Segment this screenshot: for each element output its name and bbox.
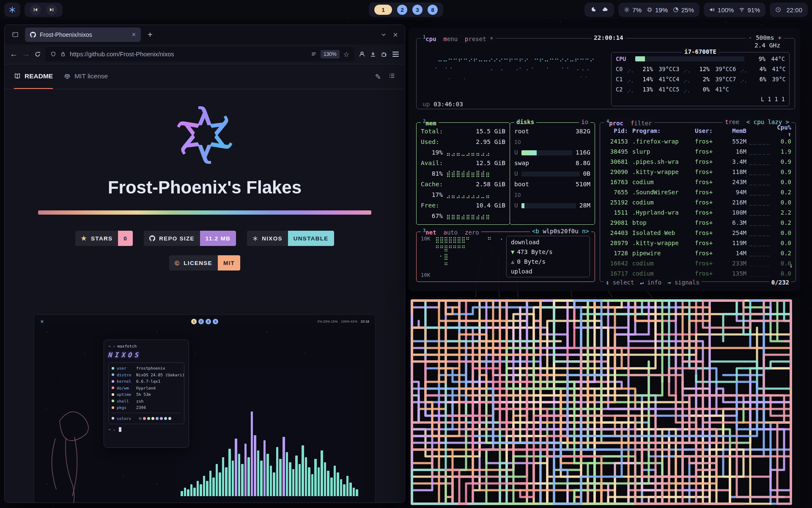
badge-row-license: ©LICENSEMIT: [169, 255, 240, 271]
process-row[interactable]: 28979.kitty-wrappefros+119M⣀⣀⣀⣀⣀0.0: [600, 238, 796, 248]
core-name: C1: [616, 76, 627, 83]
fetch-row-value: zsh: [136, 398, 143, 405]
process-user: fros+: [695, 219, 720, 226]
process-row[interactable]: 7655.SoundWireSerfros+94M⣀⣀⣀⣀⣀0.2: [600, 187, 796, 197]
process-pid: 30681: [604, 158, 628, 165]
badge-value: 0: [118, 231, 133, 246]
process-row[interactable]: 29090.kitty-wrappefros+118M⣀⣀⣀⣀⣀0.9: [600, 167, 796, 177]
fetch-prompt-chevron: ›: [113, 344, 115, 348]
account-button[interactable]: [359, 51, 365, 58]
refresh-increase-button[interactable]: +: [778, 34, 782, 41]
visualizer-bar: [286, 452, 288, 496]
process-row[interactable]: 16642codiumfros+233M⣀⣀⣀⣀⣀0.0: [600, 258, 796, 268]
forward-button[interactable]: →: [22, 50, 30, 59]
chip-icon: [647, 7, 653, 13]
workspace-1[interactable]: 1: [374, 5, 392, 15]
process-row[interactable]: 38495slurpfros+16M⣀⣀⣀⣀⣀1.9: [600, 146, 796, 157]
wifi-stat[interactable]: 91%: [739, 6, 760, 14]
visualizer-bar: [206, 481, 208, 496]
menu-button[interactable]: menu: [443, 36, 458, 42]
lock-icon[interactable]: [60, 51, 66, 57]
extensions-button[interactable]: [381, 51, 387, 58]
workspace-2[interactable]: 2: [397, 5, 407, 15]
header-cpu[interactable]: Cpu% ↑: [773, 124, 791, 138]
screenshot-stats: 2% 20% 15%: [317, 320, 337, 323]
workspace-8[interactable]: 8: [428, 5, 438, 15]
badge-stars[interactable]: ★STARS0: [75, 231, 133, 246]
visualizer-bar: [295, 456, 298, 496]
process-row[interactable]: 24403Isolated Webfros+254M⣀⣀⣀⣀⣀0.0: [600, 228, 796, 238]
clock-widget[interactable]: 22:00: [770, 3, 808, 17]
browser-tab[interactable]: Frost-Phoenix/nixos ×: [25, 28, 141, 42]
proc-tree-button[interactable]: tree: [725, 119, 739, 125]
edit-readme-button[interactable]: ✎: [375, 72, 381, 81]
process-row[interactable]: 1728pipewirefros+14M⣀⣀⣀⣀⣀0.2: [600, 248, 796, 258]
outline-button[interactable]: [389, 72, 395, 79]
process-name: .kitty-wrappe: [628, 168, 695, 175]
nixos-launcher-button[interactable]: [4, 3, 20, 17]
preset-button[interactable]: preset *: [465, 36, 493, 42]
header-program[interactable]: Program:: [628, 127, 695, 134]
bookmark-star-button[interactable]: ☆: [343, 50, 349, 58]
back-button[interactable]: ←: [10, 50, 18, 59]
badge-label: LICENSE: [184, 260, 212, 266]
process-cpu: 0.0: [773, 138, 791, 145]
moon-icon: [590, 6, 597, 13]
workspace-3[interactable]: 3: [412, 5, 422, 15]
header-user[interactable]: User:: [695, 127, 720, 134]
readme-screenshot[interactable]: 1234 2% 20% 15% 100% 91% 22:18 ~ › maxfe…: [34, 315, 376, 503]
process-row[interactable]: 16763codiumfros+243M⣀⣀⣀⣀⣀0.0: [600, 177, 796, 187]
github-favicon: [30, 32, 36, 38]
net-prev-interface-button[interactable]: <b: [532, 228, 539, 235]
proc-filter-button[interactable]: filter: [631, 120, 652, 127]
media-next-button[interactable]: [46, 4, 57, 15]
refresh-decrease-button[interactable]: -: [748, 34, 752, 41]
firefox-view-button[interactable]: [9, 28, 22, 41]
downloads-button[interactable]: [370, 51, 376, 58]
scroll-down-indicator[interactable]: ↓: [789, 262, 793, 269]
window-close-button[interactable]: ×: [390, 30, 401, 39]
header-memory[interactable]: MemB: [720, 127, 746, 134]
rainbow-divider: [38, 210, 371, 215]
media-previous-button[interactable]: [30, 4, 41, 15]
proc-sort-selector[interactable]: < cpu lazy >: [746, 119, 789, 125]
process-cpu: 0.0: [773, 179, 791, 185]
badge-nixos[interactable]: NIXOSUNSTABLE: [247, 231, 334, 246]
core-mini-graph: ⡠⡀: [683, 76, 694, 83]
process-row[interactable]: 29081btopfros+6.3M⣀⣀⣀⣀⣀0.2: [600, 218, 796, 228]
header-pid[interactable]: Pid:: [604, 127, 628, 134]
footer-select-button[interactable]: ↕ select: [606, 279, 634, 286]
footer-signals-button[interactable]: → signals: [667, 279, 700, 286]
process-row[interactable]: 1511.Hyprland-wrafros+100M⣀⣀⣀⣀⣀2.2: [600, 207, 796, 218]
badge-repo-size[interactable]: REPO SIZE11.2 MB: [144, 231, 236, 246]
core-cell: C2⡠⡀13%41°C: [616, 84, 672, 94]
tracking-protection-shield-icon[interactable]: [50, 51, 56, 57]
process-row[interactable]: 25192codiumfros+216M⣀⣀⣀⣀⣀0.0: [600, 197, 796, 207]
zoom-level-button[interactable]: 130%: [321, 50, 340, 58]
process-row[interactable]: 30681.pipes.sh-wrafros+3.4M⣀⣀⣀⣀⣀0.9: [600, 157, 796, 167]
process-row[interactable]: 24153.firefox-wrapfros+552M⣀⣀⣀⣀⣀0.0: [600, 136, 796, 146]
badge-license[interactable]: ©LICENSEMIT: [169, 255, 240, 271]
tab-license[interactable]: MIT license: [64, 64, 108, 89]
net-next-interface-button[interactable]: n>: [582, 228, 589, 235]
disk-stat: 25%: [673, 6, 694, 14]
disk-used-row: U116G: [510, 147, 595, 158]
tab-readme[interactable]: README: [14, 64, 53, 89]
new-tab-button[interactable]: +: [144, 30, 156, 40]
net-auto-button[interactable]: auto: [443, 229, 458, 236]
io-mode-button[interactable]: io: [581, 119, 588, 125]
footer-info-button[interactable]: ↵ info: [640, 279, 661, 286]
net-zero-button[interactable]: zero: [465, 229, 479, 236]
tab-close-button[interactable]: ×: [132, 31, 136, 38]
menu-button[interactable]: [392, 51, 400, 58]
process-row[interactable]: 16717codiumfros+135M⣀⣀⣀⣀⣀0.0: [600, 268, 796, 279]
list-tabs-button[interactable]: [380, 31, 387, 38]
disk-used-meter: [521, 171, 580, 177]
core-name: C5: [672, 86, 683, 93]
volume-stat[interactable]: 100%: [709, 6, 734, 14]
url-bar[interactable]: https://github.com/Frost-Phoenix/nixos 1…: [45, 47, 354, 61]
weather-widget[interactable]: [584, 3, 614, 17]
reload-button[interactable]: [34, 51, 41, 58]
reader-mode-icon[interactable]: [311, 51, 317, 57]
process-name: codium: [628, 260, 695, 267]
